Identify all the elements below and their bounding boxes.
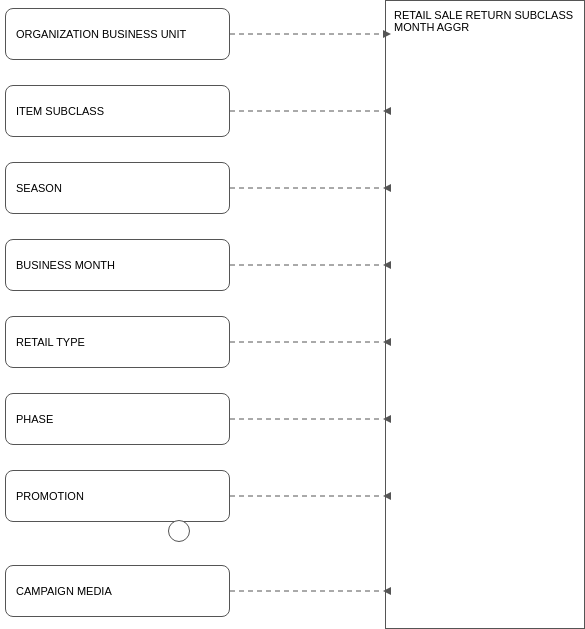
node-promotion: PROMOTION [5,470,230,522]
node-retail-type-label: RETAIL TYPE [16,336,85,348]
node-business-month: BUSINESS MONTH [5,239,230,291]
node-campaign-media: CAMPAIGN MEDIA [5,565,230,617]
node-item-subclass: ITEM SUBCLASS [5,85,230,137]
node-season: SEASON [5,162,230,214]
node-promotion-label: PROMOTION [16,490,84,502]
node-business-month-label: BUSINESS MONTH [16,259,115,271]
right-box: RETAIL SALE RETURN SUBCLASS MONTH AGGR [385,0,585,629]
node-item-subclass-label: ITEM SUBCLASS [16,105,104,117]
node-org-business-unit: ORGANIZATION BUSINESS UNIT [5,8,230,60]
node-retail-type: RETAIL TYPE [5,316,230,368]
node-season-label: SEASON [16,182,62,194]
node-campaign-media-label: CAMPAIGN MEDIA [16,585,112,597]
node-phase: PHASE [5,393,230,445]
node-org-business-unit-label: ORGANIZATION BUSINESS UNIT [16,28,186,40]
node-phase-label: PHASE [16,413,53,425]
diagram-container: RETAIL SALE RETURN SUBCLASS MONTH AGGR O… [0,0,585,629]
circle-connector [168,520,190,542]
right-box-label: RETAIL SALE RETURN SUBCLASS MONTH AGGR [394,9,576,33]
